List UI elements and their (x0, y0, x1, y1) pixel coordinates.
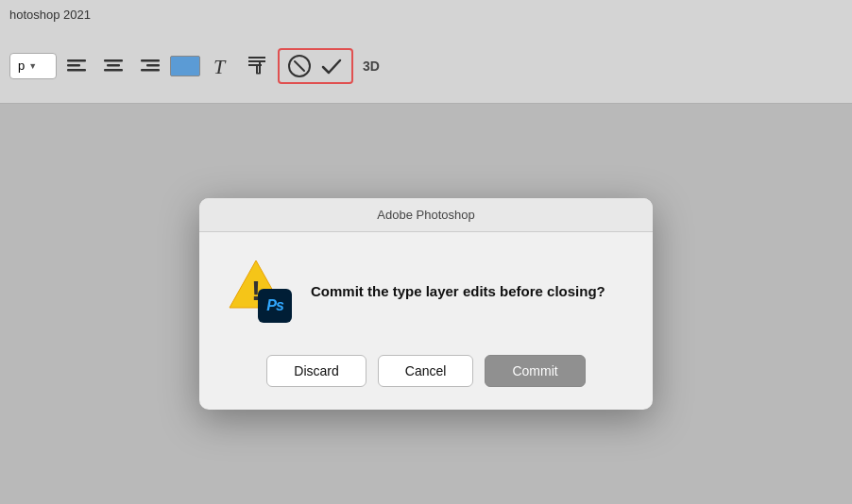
chevron-down-icon: ▼ (28, 61, 37, 71)
dropdown-value: p (18, 59, 25, 73)
svg-rect-1 (67, 64, 80, 67)
svg-rect-5 (104, 69, 123, 72)
svg-rect-11 (248, 60, 265, 62)
paragraph-icon (247, 55, 267, 77)
warning-icon-container: ! Ps (228, 259, 292, 323)
dialog-content-row: ! Ps Commit the type layer edits before … (228, 259, 624, 323)
commit-button[interactable]: Commit (485, 355, 585, 387)
app-title: hotoshop 2021 (9, 8, 91, 22)
dialog-overlay: Adobe Photoshop ! Ps Commit the type lay… (0, 104, 852, 504)
dialog-message: Commit the type layer edits before closi… (311, 281, 624, 301)
type-tool-button[interactable]: T (206, 51, 236, 81)
svg-line-17 (295, 61, 304, 71)
svg-rect-15 (256, 73, 261, 75)
commit-cancel-group (278, 48, 353, 84)
svg-text:T: T (213, 55, 227, 77)
align-left-button[interactable] (62, 51, 93, 81)
svg-rect-2 (67, 69, 86, 72)
svg-rect-14 (256, 66, 258, 74)
svg-rect-13 (259, 60, 261, 74)
toolbar: hotoshop 2021 p ▼ (0, 0, 852, 104)
dialog-buttons: Discard Cancel Commit (228, 351, 624, 387)
ps-logo-text: Ps (266, 297, 283, 314)
cancel-button[interactable]: Cancel (378, 355, 474, 387)
svg-rect-4 (107, 64, 120, 67)
dialog-body: ! Ps Commit the type layer edits before … (199, 232, 653, 410)
svg-rect-3 (104, 59, 123, 62)
color-swatch[interactable] (170, 56, 200, 76)
svg-rect-8 (141, 69, 160, 72)
type-icon: T (211, 55, 231, 77)
paragraph-button[interactable] (242, 51, 272, 81)
cancel-edit-button[interactable] (285, 52, 314, 80)
align-center-icon (103, 58, 124, 75)
commit-edit-button[interactable] (317, 52, 346, 80)
discard-button[interactable]: Discard (266, 355, 366, 387)
align-right-icon (139, 58, 160, 75)
svg-rect-7 (146, 64, 160, 67)
align-left-icon (67, 58, 88, 75)
svg-rect-6 (141, 59, 160, 62)
align-center-button[interactable] (98, 51, 128, 81)
font-dropdown[interactable]: p ▼ (9, 53, 57, 79)
3d-label: 3D (363, 59, 380, 74)
align-right-button[interactable] (134, 51, 164, 81)
ps-badge: Ps (258, 289, 292, 323)
dialog: Adobe Photoshop ! Ps Commit the type lay… (199, 198, 653, 410)
svg-rect-10 (248, 57, 265, 59)
toolbar-row: p ▼ (9, 48, 380, 84)
dialog-titlebar: Adobe Photoshop (199, 198, 653, 232)
svg-rect-0 (67, 59, 86, 62)
dialog-title: Adobe Photoshop (377, 208, 474, 222)
